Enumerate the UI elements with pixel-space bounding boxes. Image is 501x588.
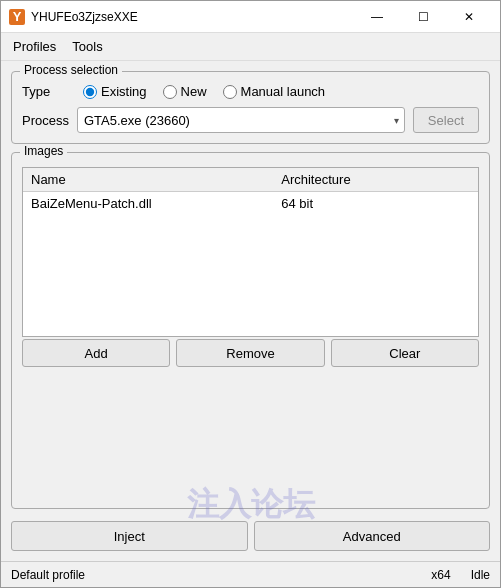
- status-bar: Default profile x64 Idle: [1, 561, 500, 587]
- radio-new-input[interactable]: [163, 85, 177, 99]
- radio-manual-input[interactable]: [223, 85, 237, 99]
- radio-manual-label: Manual launch: [241, 84, 326, 99]
- images-group: Images Name Architecture BaiZeMenu-Patch…: [11, 152, 490, 509]
- images-table-body: BaiZeMenu-Patch.dll 64 bit: [23, 192, 478, 216]
- status-arch: x64: [431, 568, 450, 582]
- window-title: YHUFEo3ZjzseXXE: [31, 10, 354, 24]
- clear-button[interactable]: Clear: [331, 339, 479, 367]
- col-name: Name: [23, 168, 273, 192]
- process-dropdown-wrapper: GTA5.exe (23660) ▾: [77, 107, 405, 133]
- main-window: Y YHUFEo3ZjzseXXE — ☐ ✕ Profiles Tools P…: [0, 0, 501, 588]
- process-selection-body: Type Existing New: [22, 80, 479, 133]
- images-table-header: Name Architecture: [23, 168, 478, 192]
- status-state: Idle: [471, 568, 490, 582]
- window-controls: — ☐ ✕: [354, 1, 492, 33]
- process-dropdown[interactable]: GTA5.exe (23660): [77, 107, 405, 133]
- images-table-container[interactable]: Name Architecture BaiZeMenu-Patch.dll 64…: [22, 167, 479, 337]
- cell-architecture: 64 bit: [273, 192, 478, 216]
- table-row[interactable]: BaiZeMenu-Patch.dll 64 bit: [23, 192, 478, 216]
- menu-item-profiles[interactable]: Profiles: [5, 35, 64, 58]
- action-row: Inject Advanced: [11, 521, 490, 551]
- minimize-button[interactable]: —: [354, 1, 400, 33]
- radio-new[interactable]: New: [163, 84, 207, 99]
- radio-existing-input[interactable]: [83, 85, 97, 99]
- radio-new-label: New: [181, 84, 207, 99]
- process-selection-title: Process selection: [20, 63, 122, 77]
- app-icon-letter: Y: [13, 9, 22, 24]
- app-icon: Y: [9, 9, 25, 25]
- maximize-button[interactable]: ☐: [400, 1, 446, 33]
- col-architecture: Architecture: [273, 168, 478, 192]
- images-title: Images: [20, 144, 67, 158]
- radio-existing-label: Existing: [101, 84, 147, 99]
- images-table: Name Architecture BaiZeMenu-Patch.dll 64…: [23, 168, 478, 215]
- menu-bar: Profiles Tools: [1, 33, 500, 61]
- radio-group: Existing New Manual launch: [83, 84, 325, 99]
- window-body: Process selection Type Existing: [1, 61, 500, 587]
- images-header-row: Name Architecture: [23, 168, 478, 192]
- process-row: Process GTA5.exe (23660) ▾ Select: [22, 107, 479, 133]
- radio-existing[interactable]: Existing: [83, 84, 147, 99]
- advanced-button[interactable]: Advanced: [254, 521, 491, 551]
- status-profile: Default profile: [11, 568, 431, 582]
- type-row: Type Existing New: [22, 84, 479, 99]
- select-button[interactable]: Select: [413, 107, 479, 133]
- main-content: Process selection Type Existing: [1, 61, 500, 561]
- close-button[interactable]: ✕: [446, 1, 492, 33]
- type-label: Type: [22, 84, 67, 99]
- menu-item-tools[interactable]: Tools: [64, 35, 110, 58]
- process-selection-group: Process selection Type Existing: [11, 71, 490, 144]
- title-bar: Y YHUFEo3ZjzseXXE — ☐ ✕: [1, 1, 500, 33]
- add-button[interactable]: Add: [22, 339, 170, 367]
- cell-name: BaiZeMenu-Patch.dll: [23, 192, 273, 216]
- images-buttons-row: Add Remove Clear: [22, 339, 479, 367]
- process-label: Process: [22, 113, 69, 128]
- remove-button[interactable]: Remove: [176, 339, 324, 367]
- radio-manual[interactable]: Manual launch: [223, 84, 326, 99]
- inject-button[interactable]: Inject: [11, 521, 248, 551]
